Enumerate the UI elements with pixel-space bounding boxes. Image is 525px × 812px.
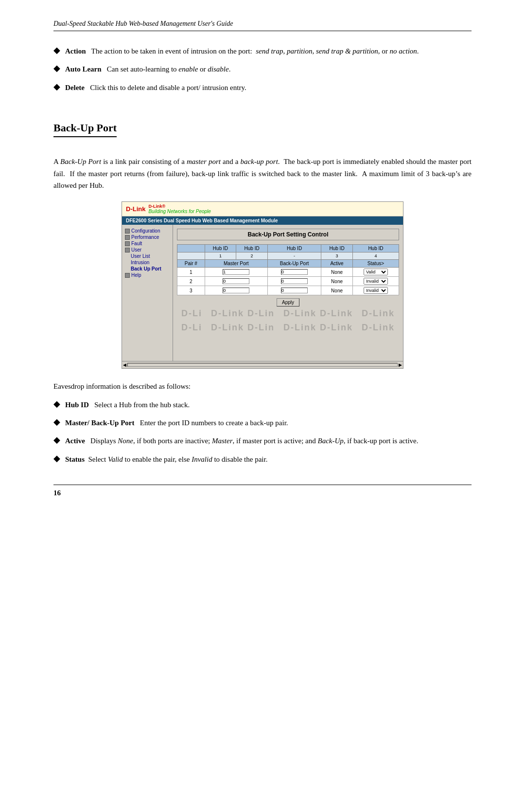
master-input-2[interactable] [223, 278, 249, 284]
ss-titlebar: D-Link D-Link® Building Networks for Peo… [122, 202, 403, 217]
italic-backup-port: Back-Up Port [60, 158, 101, 165]
bullet-symbol-7: ◆ [53, 453, 60, 464]
sidebar-item-userlist[interactable]: User List [124, 253, 171, 259]
scroll-right-arrow[interactable]: ▶ [399, 362, 402, 367]
ss-scrollbar[interactable]: ◀ ▶ [122, 361, 403, 368]
status-italic1: Valid [108, 455, 123, 463]
bullet-symbol-6: ◆ [53, 434, 60, 445]
sidebar-item-configuration[interactable]: Configuration [124, 228, 171, 234]
autolearn-end: . [229, 65, 231, 73]
bullet-symbol-3: ◆ [53, 81, 60, 92]
page-number: 16 [53, 489, 61, 497]
wm4: D-Link [362, 308, 395, 319]
bullet-hubid-text: Hub ID Select a Hub from the hub stack. [65, 399, 190, 411]
sidebar-item-performance[interactable]: Performance [124, 234, 171, 240]
hub-num-3: 3 [321, 253, 353, 260]
active-2: None [321, 277, 353, 286]
hub-id-header-row: Hub ID Hub ID Hub ID Hub ID Hub ID [177, 245, 399, 253]
wm3: D-Link D-Link [283, 308, 353, 319]
active-italic2: Master [212, 437, 233, 445]
apply-button[interactable]: Apply [277, 298, 299, 307]
bullet-active-text: Active Displays None, if both ports are … [65, 435, 419, 447]
hub-th-5: Hub ID [352, 245, 399, 253]
ss-table: Hub ID Hub ID Hub ID Hub ID Hub ID 1 2 -… [177, 244, 399, 295]
term-delete: Delete [65, 84, 85, 91]
wm5: D-Li [181, 323, 202, 333]
master-input-3[interactable] [223, 288, 249, 293]
status-mid: to enable the pair, else [123, 455, 192, 463]
status-2[interactable]: InvalidValid [352, 277, 399, 286]
hub-th-1: Hub ID [205, 245, 236, 253]
ss-panel-title: Back-Up Port Setting Control [177, 229, 399, 240]
status-3[interactable]: InvalidValid [352, 286, 399, 295]
ss-main: Back-Up Port Setting Control Hub ID Hub … [173, 225, 403, 361]
hubid-text: Select a Hub from the hub stack. [94, 401, 190, 409]
pair-3: 3 [177, 286, 205, 295]
table-row: 2 None InvalidValid [177, 277, 399, 286]
autolearn-italic2: disable [208, 65, 228, 73]
col-pair: Pair # [177, 260, 205, 268]
ss-tagline: Building Networks for People [148, 209, 210, 214]
sidebar-item-intrusion[interactable]: Intrusion [124, 259, 171, 266]
autolearn-or: or [198, 65, 208, 73]
col-status: Status> [352, 260, 399, 268]
master-3[interactable] [205, 286, 267, 295]
header-section: Dual-Speed Stackable Hub Web-based Manag… [53, 19, 472, 31]
ss-sidebar: Configuration Performance Fault User Use… [122, 225, 173, 361]
active-italic3: Back-Up [317, 437, 343, 445]
caption: Eavesdrop information is described as fo… [53, 380, 472, 393]
masterbackup-body: Enter the port ID numbers to create a ba… [140, 419, 288, 427]
bullet-active: ◆ Active Displays None, if both ports ar… [53, 435, 472, 447]
apply-row: Apply [177, 298, 399, 307]
status-select-2[interactable]: InvalidValid [364, 278, 388, 285]
action-italic1: send trap [256, 47, 283, 55]
scroll-track[interactable] [127, 363, 398, 367]
active-italic1: None [118, 437, 133, 445]
wm7: D-Link D-Link [283, 323, 353, 333]
page-footer: 16 [53, 485, 472, 497]
status-select-1[interactable]: ValidInvalid [364, 269, 388, 275]
status-1[interactable]: ValidInvalid [352, 268, 399, 277]
master-input-1[interactable] [223, 269, 249, 275]
bullet-symbol-2: ◆ [53, 63, 60, 73]
action-italic3: send trap & partition [316, 47, 378, 55]
backup-input-3[interactable] [281, 288, 308, 293]
col-header-row: Pair # Master Port Back-Up Port Active S… [177, 260, 399, 268]
hub-th-2: Hub ID [236, 245, 268, 253]
sidebar-item-help[interactable]: Help [124, 272, 171, 278]
col-active: Active [321, 260, 353, 268]
wm8: D-Link [362, 323, 395, 333]
sidebar-item-backupport[interactable]: Back Up Port [124, 266, 171, 272]
status-italic2: Invalid [192, 455, 212, 463]
wm2: D-Link D-Lin [211, 308, 275, 319]
term-masterbackup: Master/ Back-Up Port [65, 419, 134, 427]
hub-number-row: 1 2 - 3 4 [177, 253, 399, 260]
hub-th-3: Hub ID [267, 245, 321, 253]
master-2[interactable] [205, 277, 267, 286]
bullet-autolearn: ◆ Auto Learn Can set auto-learning to en… [53, 64, 472, 75]
scroll-left-arrow[interactable]: ◀ [123, 362, 126, 367]
italic-master-port: master port [187, 158, 221, 165]
backup-2[interactable] [267, 277, 321, 286]
backup-input-1[interactable] [281, 269, 308, 275]
table-row: 1 None ValidInvalid [177, 268, 399, 277]
hub-num-dash: - [267, 253, 321, 260]
active-1: None [321, 268, 353, 277]
master-1[interactable] [205, 268, 267, 277]
backup-input-2[interactable] [281, 278, 308, 284]
bullet-action-text: Action The action to be taken in event o… [65, 46, 419, 57]
autolearn-italic1: enable [178, 65, 198, 73]
col-backup: Back-Up Port [267, 260, 321, 268]
hub-num-empty [177, 253, 205, 260]
bullet-action: ◆ Action The action to be taken in event… [53, 46, 472, 57]
sidebar-item-user[interactable]: User [124, 247, 171, 253]
term-active: Active [65, 437, 85, 445]
sidebar-item-fault[interactable]: Fault [124, 240, 171, 247]
backup-1[interactable] [267, 268, 321, 277]
bullet-symbol: ◆ [53, 45, 60, 55]
backup-3[interactable] [267, 286, 321, 295]
active-3: None [321, 286, 353, 295]
bullet-symbol-4: ◆ [53, 398, 60, 409]
status-select-3[interactable]: InvalidValid [364, 287, 388, 294]
bullet-status: ◆ Status Select Valid to enable the pair… [53, 454, 472, 465]
